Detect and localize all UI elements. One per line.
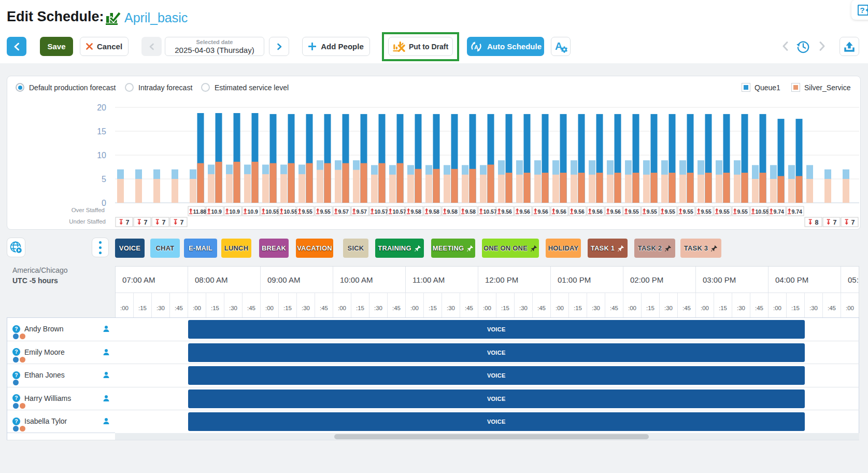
svg-text:?: ?: [15, 372, 18, 378]
svg-text:9.55: 9.55: [320, 208, 331, 215]
svg-text:?: ?: [860, 6, 864, 15]
svg-text:9.74: 9.74: [792, 208, 803, 215]
svg-text:7: 7: [162, 219, 166, 226]
svg-text:0: 0: [102, 199, 106, 207]
svg-text:20: 20: [97, 103, 106, 112]
svg-text:?: ?: [15, 419, 18, 424]
svg-text:Over Staffed: Over Staffed: [72, 207, 105, 213]
svg-text:9.56: 9.56: [556, 208, 567, 215]
svg-text:9.56: 9.56: [592, 208, 603, 215]
svg-text:9.55: 9.55: [647, 208, 658, 215]
svg-text:9.55: 9.55: [665, 208, 676, 215]
svg-text:?: ?: [15, 395, 18, 401]
svg-text:9.58: 9.58: [465, 208, 476, 215]
svg-text:9.57: 9.57: [357, 208, 367, 215]
svg-text:9.55: 9.55: [737, 208, 748, 215]
svg-text:9.56: 9.56: [538, 208, 549, 215]
svg-text:9.58: 9.58: [447, 208, 458, 215]
svg-text:9.56: 9.56: [574, 208, 585, 215]
svg-text:7: 7: [851, 219, 855, 226]
svg-text:?: ?: [15, 326, 18, 332]
svg-text:9.58: 9.58: [429, 208, 440, 215]
svg-text:9.56: 9.56: [520, 208, 531, 215]
svg-text:9.56: 9.56: [610, 208, 621, 215]
svg-text:5: 5: [102, 175, 106, 184]
svg-text:Under Staffed: Under Staffed: [69, 218, 106, 225]
svg-text:10.55: 10.55: [266, 208, 279, 215]
svg-text:9.74: 9.74: [774, 208, 785, 215]
svg-text:9.58: 9.58: [411, 208, 422, 215]
svg-text:9.57: 9.57: [338, 208, 349, 215]
svg-text:11.88: 11.88: [193, 208, 207, 215]
svg-text:9.56: 9.56: [502, 208, 513, 215]
svg-text:10.9: 10.9: [211, 208, 222, 215]
svg-text:7: 7: [180, 219, 184, 226]
svg-text:9.55: 9.55: [683, 208, 694, 215]
svg-text:15: 15: [97, 127, 106, 136]
svg-text:10.55: 10.55: [756, 208, 769, 215]
svg-text:A: A: [474, 44, 478, 50]
svg-text:8: 8: [815, 219, 819, 226]
svg-text:7: 7: [833, 219, 837, 226]
svg-text:10: 10: [97, 151, 106, 160]
svg-text:7: 7: [126, 219, 130, 226]
svg-text:10.57: 10.57: [375, 208, 388, 215]
svg-text:7: 7: [144, 219, 148, 226]
svg-text:9.55: 9.55: [719, 208, 730, 215]
svg-text:10.57: 10.57: [393, 208, 406, 215]
svg-text:9.55: 9.55: [302, 208, 313, 215]
svg-text:10.9: 10.9: [248, 208, 259, 215]
svg-text:10.57: 10.57: [483, 208, 497, 215]
svg-text:?: ?: [15, 349, 18, 355]
svg-text:10.9: 10.9: [230, 208, 240, 215]
svg-text:10.55: 10.55: [284, 208, 297, 215]
svg-text:9.55: 9.55: [629, 208, 639, 215]
svg-text:9.55: 9.55: [701, 208, 712, 215]
svg-text:A: A: [555, 40, 562, 52]
